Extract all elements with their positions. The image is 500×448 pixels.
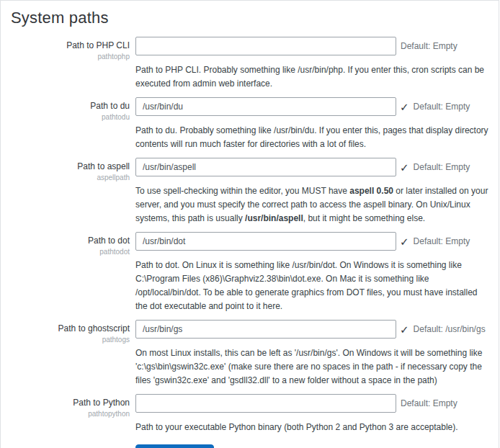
valid-check-icon: ✓ bbox=[400, 236, 409, 247]
setting-description: Path to dot. On Linux it is something li… bbox=[135, 259, 488, 313]
setting-description: To use spell-checking within the editor,… bbox=[135, 184, 488, 225]
setting-label: Path to Python bbox=[11, 398, 130, 408]
setting-row-pathtodu: Path to du pathtodu ✓ Default: Empty Pat… bbox=[11, 97, 488, 151]
default-value: Default: Empty bbox=[414, 236, 470, 246]
default-value: Default: Empty bbox=[401, 398, 457, 408]
setting-row-pathtophp: Path to PHP CLI pathtophp Default: Empty… bbox=[11, 37, 488, 91]
pathtodot-input[interactable] bbox=[135, 232, 396, 251]
settings-form: Path to PHP CLI pathtophp Default: Empty… bbox=[11, 37, 488, 448]
valid-check-icon: ✓ bbox=[400, 162, 409, 173]
setting-label: Path to dot bbox=[11, 236, 130, 246]
setting-label: Path to ghostscript bbox=[11, 323, 130, 334]
save-changes-button[interactable]: Save changes bbox=[135, 444, 214, 448]
setting-code: pathtodu bbox=[11, 113, 130, 121]
default-value: Default: /usr/bin/gs bbox=[414, 324, 486, 334]
default-value: Default: Empty bbox=[401, 41, 457, 51]
default-value: Default: Empty bbox=[414, 102, 470, 112]
aspellpath-input[interactable] bbox=[135, 158, 396, 176]
setting-code: pathtogs bbox=[11, 336, 130, 344]
valid-check-icon: ✓ bbox=[400, 102, 409, 112]
setting-code: pathtopython bbox=[11, 410, 130, 418]
setting-description: Path to PHP CLI. Probably something like… bbox=[135, 63, 488, 91]
default-value: Default: Empty bbox=[414, 162, 470, 172]
form-actions: Save changes bbox=[135, 444, 488, 448]
setting-row-pathtogs: Path to ghostscript pathtogs ✓ Default: … bbox=[11, 320, 488, 387]
page-title: System paths bbox=[11, 9, 488, 27]
setting-description: Path to du. Probably something like /usr… bbox=[135, 124, 488, 151]
pathtophp-input[interactable] bbox=[135, 37, 396, 55]
setting-description: Path to your executable Python binary (b… bbox=[135, 421, 488, 434]
setting-label: Path to PHP CLI bbox=[11, 40, 130, 51]
pathtogs-input[interactable] bbox=[135, 320, 396, 339]
setting-code: pathtodot bbox=[11, 248, 130, 256]
setting-description: On most Linux installs, this can be left… bbox=[135, 346, 488, 387]
setting-code: pathtophp bbox=[11, 53, 130, 61]
setting-label: Path to du bbox=[11, 101, 130, 112]
setting-row-aspellpath: Path to aspell aspellpath ✓ Default: Emp… bbox=[11, 158, 488, 225]
pathtodu-input[interactable] bbox=[135, 97, 396, 116]
setting-row-pathtopython: Path to Python pathtopython Default: Emp… bbox=[11, 394, 488, 434]
system-paths-settings-page: System paths Path to PHP CLI pathtophp D… bbox=[0, 0, 499, 448]
pathtopython-input[interactable] bbox=[135, 394, 396, 413]
setting-label: Path to aspell bbox=[11, 161, 130, 172]
valid-check-icon: ✓ bbox=[400, 324, 409, 335]
setting-code: aspellpath bbox=[11, 174, 130, 182]
setting-row-pathtodot: Path to dot pathtodot ✓ Default: Empty P… bbox=[11, 232, 488, 313]
